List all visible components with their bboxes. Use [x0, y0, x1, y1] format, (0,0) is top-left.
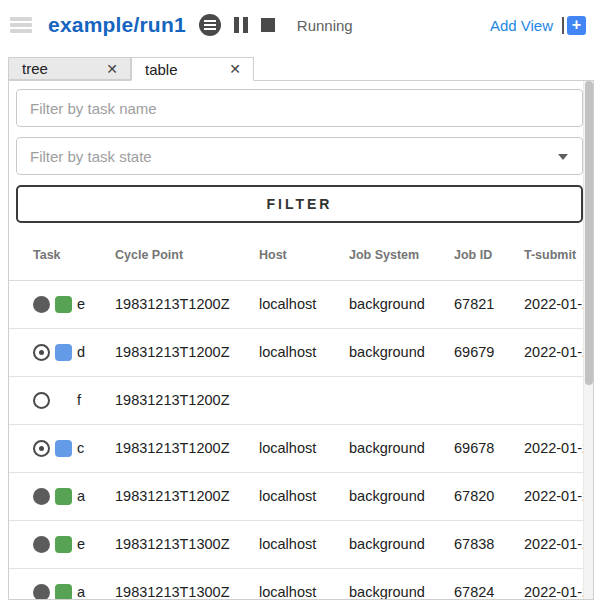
task-state-icon-running: [33, 440, 50, 457]
job-id-cell: 67821: [446, 280, 516, 328]
table-row[interactable]: d19831213T1200Zlocalhostbackground696792…: [9, 328, 583, 376]
job-system-cell: [341, 376, 446, 424]
chevron-down-icon: [558, 154, 568, 160]
dock-panel: tree ✕ table ✕ Filter by task state FILT…: [8, 57, 594, 600]
tab-tree-label: tree: [22, 60, 48, 77]
host-cell: localhost: [251, 568, 341, 599]
table-row[interactable]: a19831213T1200Zlocalhostbackground678202…: [9, 472, 583, 520]
t-submit-cell: 2022-01-2: [516, 424, 583, 472]
filter-button[interactable]: FILTER: [16, 185, 583, 223]
tab-table-close-icon[interactable]: ✕: [229, 61, 241, 77]
column-header-task[interactable]: Task: [9, 231, 107, 280]
table-view-pane: Filter by task state FILTER Task Cycle P…: [9, 81, 583, 599]
workflow-status: Running: [297, 17, 353, 34]
task-state-icon-succeeded: [33, 584, 50, 600]
task-name: d: [77, 344, 85, 360]
job-system-cell: background: [341, 328, 446, 376]
task-cell-content: e: [33, 536, 107, 553]
host-cell: localhost: [251, 472, 341, 520]
host-cell: localhost: [251, 328, 341, 376]
task-cell-content: c: [33, 440, 107, 457]
task-state-icon-running: [33, 344, 50, 361]
workflow-menu-icon[interactable]: [199, 14, 221, 36]
job-id-cell: 69678: [446, 424, 516, 472]
t-submit-cell: 2022-01-2: [516, 520, 583, 568]
table-row[interactable]: c19831213T1200Zlocalhostbackground696782…: [9, 424, 583, 472]
cycle-point-cell: 19831213T1200Z: [107, 472, 251, 520]
task-table: Task Cycle Point Host Job System Job ID …: [9, 231, 583, 599]
toolbar: example/run1 Running Add View +: [0, 0, 600, 50]
tab-table-label: table: [145, 61, 178, 78]
scrollbar-thumb[interactable]: [585, 81, 593, 385]
task-cell: e: [9, 280, 107, 328]
column-header-cycle-point[interactable]: Cycle Point: [107, 231, 251, 280]
task-cell: e: [9, 520, 107, 568]
cycle-point-cell: 19831213T1300Z: [107, 520, 251, 568]
task-cell-content: f: [33, 392, 107, 409]
table-row[interactable]: e19831213T1300Zlocalhostbackground678382…: [9, 520, 583, 568]
task-cell-content: e: [33, 296, 107, 313]
task-name: f: [77, 392, 81, 408]
cycle-point-cell: 19831213T1200Z: [107, 328, 251, 376]
plus-box-icon: +: [567, 16, 586, 35]
task-table-body: e19831213T1200Zlocalhostbackground678212…: [9, 280, 583, 599]
job-state-icon-succeeded: [55, 536, 72, 553]
tab-content: Filter by task state FILTER Task Cycle P…: [8, 80, 594, 600]
task-cell: a: [9, 472, 107, 520]
host-cell: localhost: [251, 520, 341, 568]
task-state-filter-placeholder: Filter by task state: [30, 148, 152, 165]
cycle-point-cell: 19831213T1200Z: [107, 424, 251, 472]
job-id-cell: 69679: [446, 328, 516, 376]
host-cell: localhost: [251, 280, 341, 328]
workflow-list-icon[interactable]: [10, 17, 32, 33]
workflow-title: example/run1: [48, 13, 186, 37]
task-name-filter-input[interactable]: [16, 89, 583, 127]
table-row[interactable]: e19831213T1200Zlocalhostbackground678212…: [9, 280, 583, 328]
task-cell-content: a: [33, 584, 107, 600]
job-system-cell: background: [341, 280, 446, 328]
cycle-point-cell: 19831213T1200Z: [107, 280, 251, 328]
job-state-icon-succeeded: [55, 488, 72, 505]
task-state-icon-succeeded: [33, 536, 50, 553]
task-state-filter-select[interactable]: Filter by task state: [16, 137, 583, 175]
column-header-job-id[interactable]: Job ID: [446, 231, 516, 280]
column-header-job-system[interactable]: Job System: [341, 231, 446, 280]
tab-table[interactable]: table ✕: [131, 57, 254, 81]
t-submit-cell: 2022-01-2: [516, 568, 583, 599]
cursor-bar-icon: [562, 17, 564, 34]
job-id-cell: 67838: [446, 520, 516, 568]
tab-tree-close-icon[interactable]: ✕: [106, 61, 118, 77]
task-cell: f: [9, 376, 107, 424]
task-name: a: [77, 584, 85, 599]
pause-icon[interactable]: [234, 17, 248, 33]
job-id-cell: 67820: [446, 472, 516, 520]
job-id-cell: [446, 376, 516, 424]
t-submit-cell: 2022-01-2: [516, 280, 583, 328]
task-cell-content: d: [33, 344, 107, 361]
add-view-button[interactable]: Add View: [490, 17, 553, 34]
cycle-point-cell: 19831213T1200Z: [107, 376, 251, 424]
table-row[interactable]: a19831213T1300Zlocalhostbackground678242…: [9, 568, 583, 599]
column-header-host[interactable]: Host: [251, 231, 341, 280]
stop-icon[interactable]: [261, 18, 275, 32]
task-cell: a: [9, 568, 107, 599]
add-view-plus-icon[interactable]: +: [562, 16, 586, 35]
task-cell: c: [9, 424, 107, 472]
scrollbar-track[interactable]: [583, 81, 593, 599]
task-state-icon-succeeded: [33, 488, 50, 505]
host-cell: [251, 376, 341, 424]
job-system-cell: background: [341, 520, 446, 568]
tab-bar: tree ✕ table ✕: [8, 57, 594, 80]
table-row[interactable]: f19831213T1200Z: [9, 376, 583, 424]
job-system-cell: background: [341, 424, 446, 472]
job-state-icon-running: [55, 440, 72, 457]
t-submit-cell: [516, 376, 583, 424]
task-name: e: [77, 296, 85, 312]
task-name: a: [77, 488, 85, 504]
tab-tree[interactable]: tree ✕: [8, 57, 131, 80]
job-state-icon-running: [55, 344, 72, 361]
column-header-t-submit[interactable]: T-submit: [516, 231, 583, 280]
task-state-icon-waiting: [33, 392, 50, 409]
task-name: c: [77, 440, 84, 456]
t-submit-cell: 2022-01-2: [516, 328, 583, 376]
